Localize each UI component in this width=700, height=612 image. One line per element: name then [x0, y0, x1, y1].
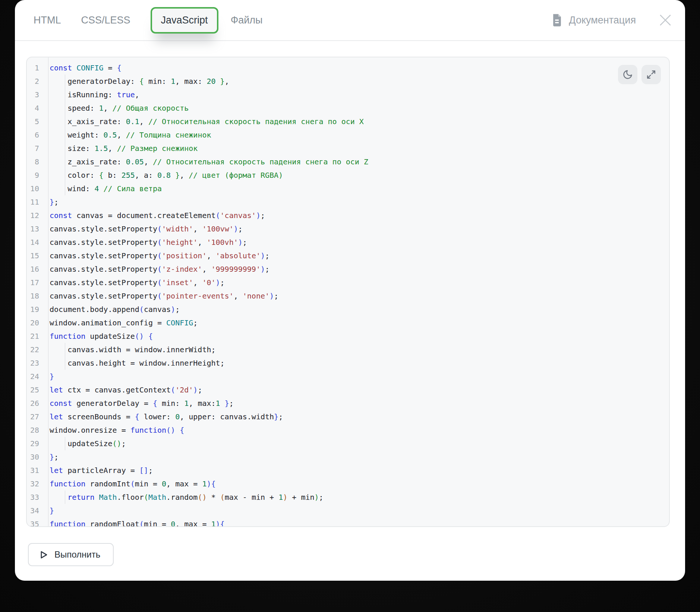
- line-number: 8: [27, 155, 39, 168]
- code-line: 13canvas.style.setProperty('width', '100…: [27, 222, 669, 236]
- code-line: 3 isRunning: true,: [27, 88, 669, 101]
- code-line: 33 return Math.floor(Math.random() * (ma…: [27, 490, 669, 504]
- code-line: 32function randomInt(min = 0, max = 1){: [27, 477, 669, 490]
- documentation-link[interactable]: Документация: [551, 13, 636, 27]
- line-number: 18: [27, 289, 39, 303]
- code-line: 15canvas.style.setProperty('position', '…: [27, 249, 669, 262]
- tab-files[interactable]: Файлы: [231, 15, 263, 26]
- code-line: 31let particleArray = [];: [27, 464, 669, 477]
- line-number: 28: [27, 423, 39, 437]
- indent-guide: [65, 142, 65, 155]
- code-line: 4 speed: 1, // Общая скорость: [27, 101, 669, 115]
- line-number: 24: [27, 370, 39, 383]
- line-number: 5: [27, 115, 39, 128]
- code-line: 23 canvas.height = window.innerHeight;: [27, 356, 669, 370]
- line-number: 32: [27, 477, 39, 490]
- line-number: 11: [27, 195, 39, 209]
- fullscreen-button[interactable]: [641, 65, 661, 84]
- code-line: 27let screenBounds = { lower: 0, upper: …: [27, 410, 669, 423]
- tab-list: HTMLCSS/LESSJavaScriptФайлы: [34, 7, 283, 34]
- tab-html[interactable]: HTML: [34, 15, 61, 26]
- code-line: 20window.animation_config = CONFIG;: [27, 316, 669, 329]
- code-line: 1const CONFIG = {: [27, 61, 669, 75]
- dark-mode-moon-icon: [622, 69, 633, 80]
- code-line: 30};: [27, 450, 669, 464]
- editor-controls: [618, 65, 661, 84]
- code-line: 5 x_axis_rate: 0.1, // Относительная ско…: [27, 115, 669, 128]
- code-line: 17canvas.style.setProperty('inset', '0')…: [27, 276, 669, 289]
- code-line: 18canvas.style.setProperty('pointer-even…: [27, 289, 669, 303]
- indent-guide: [65, 155, 65, 168]
- line-number: 16: [27, 262, 39, 276]
- line-number: 17: [27, 276, 39, 289]
- indent-guide: [65, 168, 65, 182]
- code-line: 2 generatorDelay: { min: 1, max: 20 },: [27, 75, 669, 88]
- documentation-label: Документация: [569, 15, 636, 26]
- line-number: 10: [27, 182, 39, 195]
- line-number: 22: [27, 343, 39, 356]
- code-line: 35function randomFloat(min = 0, max = 1)…: [27, 517, 669, 527]
- indent-guide: [65, 101, 65, 115]
- line-number: 34: [27, 504, 39, 517]
- line-number: 2: [27, 75, 39, 88]
- run-button-label: Выполнить: [54, 549, 100, 560]
- code-line: 34}: [27, 504, 669, 517]
- dark-mode-toggle-button[interactable]: [618, 65, 637, 84]
- indent-guide: [65, 356, 65, 370]
- code-line: 28window.onresize = function() {: [27, 423, 669, 437]
- line-number: 26: [27, 397, 39, 410]
- code-line: 6 weight: 0.5, // Толщина снежинок: [27, 128, 669, 142]
- document-icon: [551, 13, 563, 27]
- code-line: 29 updateSize();: [27, 437, 669, 450]
- code-line: 7 size: 1.5, // Размер снежинок: [27, 142, 669, 155]
- code-line: 19document.body.append(canvas);: [27, 303, 669, 316]
- tab-css-less[interactable]: CSS/LESS: [81, 15, 130, 26]
- code-line: 10 wind: 4 // Сила ветра: [27, 182, 669, 195]
- code-line: 9 color: { b: 255, a: 0.8 }, // цвет (фо…: [27, 168, 669, 182]
- line-number: 23: [27, 356, 39, 370]
- line-number: 33: [27, 490, 39, 504]
- line-number: 14: [27, 236, 39, 249]
- code-editor-dialog: HTMLCSS/LESSJavaScriptФайлы Документация…: [15, 0, 685, 581]
- code-line: 12const canvas = document.createElement(…: [27, 209, 669, 222]
- run-button[interactable]: Выполнить: [28, 543, 114, 566]
- indent-guide: [65, 75, 65, 88]
- code-editor[interactable]: 1const CONFIG = {2 generatorDelay: { min…: [26, 57, 670, 527]
- line-number: 25: [27, 383, 39, 397]
- code-line: 14canvas.style.setProperty('height', '10…: [27, 236, 669, 249]
- line-number: 3: [27, 88, 39, 101]
- line-number: 1: [27, 61, 39, 75]
- line-number: 30: [27, 450, 39, 464]
- tab-bar: HTMLCSS/LESSJavaScriptФайлы Документация: [15, 0, 685, 41]
- line-number: 21: [27, 329, 39, 343]
- line-number: 15: [27, 249, 39, 262]
- fullscreen-expand-icon: [646, 70, 656, 79]
- line-number: 12: [27, 209, 39, 222]
- code-line: 11};: [27, 195, 669, 209]
- code-lines: 1const CONFIG = {2 generatorDelay: { min…: [27, 57, 669, 527]
- play-icon: [38, 550, 48, 560]
- code-line: 8 z_axis_rate: 0.05, // Относительная ск…: [27, 155, 669, 168]
- line-number: 31: [27, 464, 39, 477]
- line-number: 20: [27, 316, 39, 329]
- indent-guide: [65, 343, 65, 356]
- code-line: 16canvas.style.setProperty('z-index', '9…: [27, 262, 669, 276]
- line-number: 27: [27, 410, 39, 423]
- code-line: 21function updateSize() {: [27, 329, 669, 343]
- code-line: 26const generatorDelay = { min: 1, max:1…: [27, 397, 669, 410]
- indent-guide: [65, 115, 65, 128]
- line-number: 9: [27, 168, 39, 182]
- line-number: 6: [27, 128, 39, 142]
- indent-guide: [65, 128, 65, 142]
- line-number: 35: [27, 517, 39, 527]
- code-line: 22 canvas.width = window.innerWidth;: [27, 343, 669, 356]
- line-number: 29: [27, 437, 39, 450]
- tab-javascript[interactable]: JavaScript: [151, 7, 218, 34]
- indent-guide: [65, 182, 65, 195]
- indent-guide: [65, 88, 65, 101]
- indent-guide: [65, 490, 65, 504]
- line-number: 19: [27, 303, 39, 316]
- close-button[interactable]: [659, 14, 672, 26]
- code-line: 25let ctx = canvas.getContext('2d');: [27, 383, 669, 397]
- line-number: 4: [27, 101, 39, 115]
